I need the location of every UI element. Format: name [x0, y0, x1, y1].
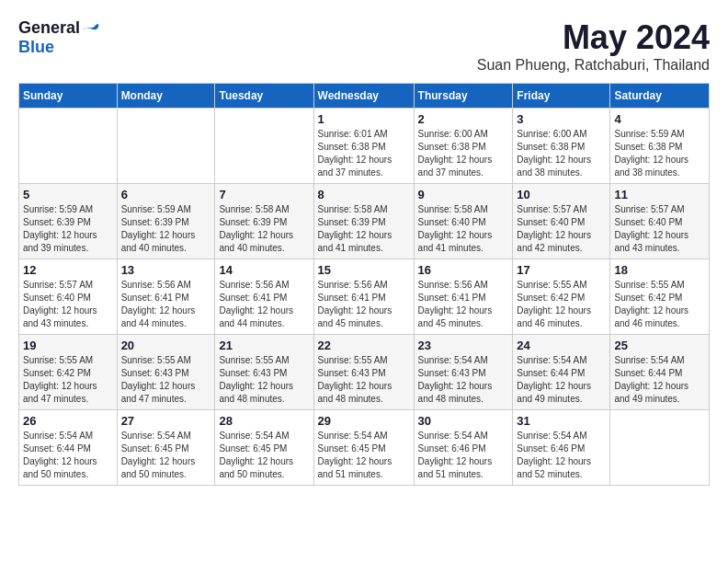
day-info: Sunrise: 5:54 AM Sunset: 6:44 PM Dayligh… — [614, 354, 705, 406]
day-info: Sunrise: 5:54 AM Sunset: 6:45 PM Dayligh… — [318, 430, 410, 481]
calendar-cell — [19, 109, 118, 184]
day-info: Sunrise: 5:56 AM Sunset: 6:41 PM Dayligh… — [318, 279, 410, 330]
calendar-cell: 27Sunrise: 5:54 AM Sunset: 6:45 PM Dayli… — [117, 410, 215, 486]
subtitle: Suan Phueng, Ratchaburi, Thailand — [477, 57, 710, 74]
calendar-cell: 6Sunrise: 5:59 AM Sunset: 6:39 PM Daylig… — [117, 184, 215, 259]
day-header-monday: Monday — [117, 84, 215, 109]
calendar-cell: 13Sunrise: 5:56 AM Sunset: 6:41 PM Dayli… — [117, 259, 215, 335]
day-info: Sunrise: 5:54 AM Sunset: 6:45 PM Dayligh… — [219, 430, 309, 481]
day-number: 29 — [318, 414, 410, 428]
calendar-cell: 3Sunrise: 6:00 AM Sunset: 6:38 PM Daylig… — [513, 109, 610, 184]
calendar-cell: 14Sunrise: 5:56 AM Sunset: 6:41 PM Dayli… — [215, 259, 313, 335]
day-info: Sunrise: 5:54 AM Sunset: 6:46 PM Dayligh… — [517, 430, 606, 481]
day-number: 23 — [418, 339, 509, 352]
day-header-sunday: Sunday — [19, 84, 118, 109]
day-header-friday: Friday — [513, 84, 610, 109]
day-info: Sunrise: 5:59 AM Sunset: 6:39 PM Dayligh… — [121, 203, 211, 255]
day-number: 12 — [23, 263, 113, 277]
day-info: Sunrise: 5:55 AM Sunset: 6:42 PM Dayligh… — [23, 354, 113, 406]
day-number: 16 — [418, 263, 509, 277]
day-info: Sunrise: 5:56 AM Sunset: 6:41 PM Dayligh… — [121, 279, 211, 330]
day-number: 5 — [23, 188, 113, 201]
week-row: 19Sunrise: 5:55 AM Sunset: 6:42 PM Dayli… — [19, 335, 710, 410]
day-info: Sunrise: 5:54 AM Sunset: 6:44 PM Dayligh… — [23, 430, 113, 481]
calendar-cell: 30Sunrise: 5:54 AM Sunset: 6:46 PM Dayli… — [414, 410, 513, 486]
week-row: 12Sunrise: 5:57 AM Sunset: 6:40 PM Dayli… — [19, 259, 710, 335]
day-info: Sunrise: 6:00 AM Sunset: 6:38 PM Dayligh… — [418, 128, 509, 179]
day-info: Sunrise: 5:58 AM Sunset: 6:39 PM Dayligh… — [318, 203, 410, 255]
logo-bird-icon — [82, 19, 100, 38]
calendar-cell: 29Sunrise: 5:54 AM Sunset: 6:45 PM Dayli… — [313, 410, 414, 486]
day-number: 15 — [318, 263, 410, 277]
day-number: 28 — [219, 414, 309, 428]
day-number: 18 — [614, 263, 705, 277]
day-number: 19 — [23, 339, 113, 352]
calendar-cell: 19Sunrise: 5:55 AM Sunset: 6:42 PM Dayli… — [19, 335, 118, 410]
day-number: 30 — [418, 414, 509, 428]
day-number: 3 — [517, 112, 606, 126]
header-row: SundayMondayTuesdayWednesdayThursdayFrid… — [19, 84, 710, 109]
day-info: Sunrise: 5:54 AM Sunset: 6:44 PM Dayligh… — [517, 354, 606, 406]
day-info: Sunrise: 5:57 AM Sunset: 6:40 PM Dayligh… — [517, 203, 606, 255]
day-info: Sunrise: 5:54 AM Sunset: 6:43 PM Dayligh… — [418, 354, 509, 406]
logo: General Blue — [18, 18, 100, 57]
day-info: Sunrise: 5:58 AM Sunset: 6:40 PM Dayligh… — [418, 203, 509, 255]
main-title: May 2024 — [477, 18, 710, 57]
day-info: Sunrise: 5:59 AM Sunset: 6:39 PM Dayligh… — [23, 203, 113, 255]
calendar-cell: 26Sunrise: 5:54 AM Sunset: 6:44 PM Dayli… — [19, 410, 118, 486]
day-number: 13 — [121, 263, 211, 277]
day-number: 14 — [219, 263, 309, 277]
calendar-cell: 10Sunrise: 5:57 AM Sunset: 6:40 PM Dayli… — [513, 184, 610, 259]
day-number: 22 — [318, 339, 410, 352]
calendar-cell: 7Sunrise: 5:58 AM Sunset: 6:39 PM Daylig… — [215, 184, 313, 259]
day-info: Sunrise: 5:55 AM Sunset: 6:42 PM Dayligh… — [614, 279, 705, 330]
day-number: 27 — [121, 414, 211, 428]
day-number: 26 — [23, 414, 113, 428]
day-info: Sunrise: 5:55 AM Sunset: 6:42 PM Dayligh… — [517, 279, 606, 330]
calendar-cell — [215, 109, 313, 184]
week-row: 26Sunrise: 5:54 AM Sunset: 6:44 PM Dayli… — [19, 410, 710, 486]
calendar-cell: 31Sunrise: 5:54 AM Sunset: 6:46 PM Dayli… — [513, 410, 610, 486]
day-number: 10 — [517, 188, 606, 201]
calendar-cell: 1Sunrise: 6:01 AM Sunset: 6:38 PM Daylig… — [313, 109, 414, 184]
day-info: Sunrise: 5:54 AM Sunset: 6:46 PM Dayligh… — [418, 430, 509, 481]
day-number: 17 — [517, 263, 606, 277]
day-number: 20 — [121, 339, 211, 352]
calendar-cell: 24Sunrise: 5:54 AM Sunset: 6:44 PM Dayli… — [513, 335, 610, 410]
calendar-cell: 25Sunrise: 5:54 AM Sunset: 6:44 PM Dayli… — [610, 335, 710, 410]
day-number: 6 — [121, 188, 211, 201]
day-number: 7 — [219, 188, 309, 201]
day-number: 1 — [318, 112, 410, 126]
day-header-wednesday: Wednesday — [313, 84, 414, 109]
calendar-cell: 16Sunrise: 5:56 AM Sunset: 6:41 PM Dayli… — [414, 259, 513, 335]
day-info: Sunrise: 5:55 AM Sunset: 6:43 PM Dayligh… — [121, 354, 211, 406]
day-number: 24 — [517, 339, 606, 352]
day-info: Sunrise: 6:01 AM Sunset: 6:38 PM Dayligh… — [318, 128, 410, 179]
day-header-tuesday: Tuesday — [215, 84, 313, 109]
calendar-cell: 17Sunrise: 5:55 AM Sunset: 6:42 PM Dayli… — [513, 259, 610, 335]
day-header-thursday: Thursday — [414, 84, 513, 109]
calendar-cell: 21Sunrise: 5:55 AM Sunset: 6:43 PM Dayli… — [215, 335, 313, 410]
calendar-cell: 9Sunrise: 5:58 AM Sunset: 6:40 PM Daylig… — [414, 184, 513, 259]
day-number: 31 — [517, 414, 606, 428]
day-number: 25 — [614, 339, 705, 352]
calendar-cell: 12Sunrise: 5:57 AM Sunset: 6:40 PM Dayli… — [19, 259, 118, 335]
week-row: 1Sunrise: 6:01 AM Sunset: 6:38 PM Daylig… — [19, 109, 710, 184]
day-info: Sunrise: 5:55 AM Sunset: 6:43 PM Dayligh… — [219, 354, 309, 406]
calendar-cell: 15Sunrise: 5:56 AM Sunset: 6:41 PM Dayli… — [313, 259, 414, 335]
day-info: Sunrise: 5:55 AM Sunset: 6:43 PM Dayligh… — [318, 354, 410, 406]
title-section: May 2024 Suan Phueng, Ratchaburi, Thaila… — [477, 18, 710, 74]
calendar-cell — [610, 410, 710, 486]
logo-blue-text: Blue — [18, 38, 54, 57]
calendar-cell: 28Sunrise: 5:54 AM Sunset: 6:45 PM Dayli… — [215, 410, 313, 486]
day-info: Sunrise: 5:57 AM Sunset: 6:40 PM Dayligh… — [614, 203, 705, 255]
calendar-cell: 20Sunrise: 5:55 AM Sunset: 6:43 PM Dayli… — [117, 335, 215, 410]
calendar-cell: 4Sunrise: 5:59 AM Sunset: 6:38 PM Daylig… — [610, 109, 710, 184]
day-info: Sunrise: 5:56 AM Sunset: 6:41 PM Dayligh… — [418, 279, 509, 330]
day-info: Sunrise: 5:54 AM Sunset: 6:45 PM Dayligh… — [121, 430, 211, 481]
calendar-cell: 8Sunrise: 5:58 AM Sunset: 6:39 PM Daylig… — [313, 184, 414, 259]
day-info: Sunrise: 5:58 AM Sunset: 6:39 PM Dayligh… — [219, 203, 309, 255]
calendar-cell: 23Sunrise: 5:54 AM Sunset: 6:43 PM Dayli… — [414, 335, 513, 410]
day-info: Sunrise: 6:00 AM Sunset: 6:38 PM Dayligh… — [517, 128, 606, 179]
day-header-saturday: Saturday — [610, 84, 710, 109]
